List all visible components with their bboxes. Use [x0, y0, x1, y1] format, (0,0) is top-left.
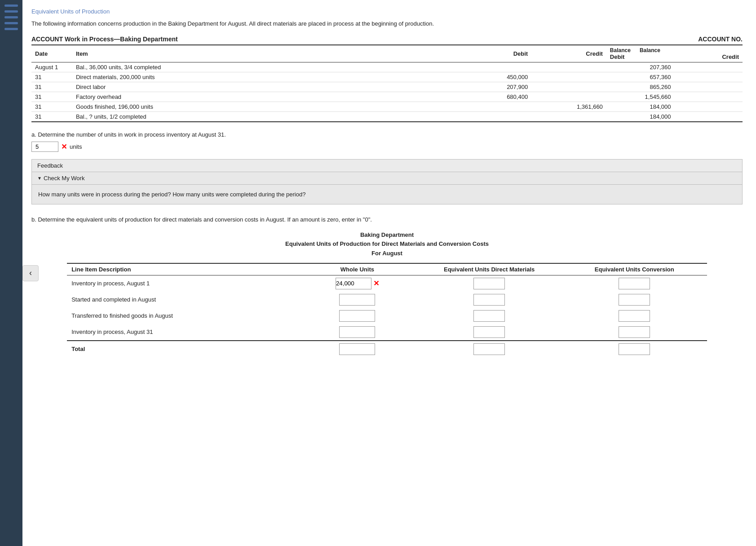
table-title-line3: For August [31, 249, 743, 258]
row-conversion [562, 275, 707, 292]
row-item: Bal., ? units, 1/2 completed [72, 111, 464, 122]
total-conversion [562, 341, 707, 357]
total-direct-mat [417, 341, 562, 357]
table-row: August 1 Bal., 36,000 units, 3/4 complet… [31, 62, 743, 72]
row-debit [464, 111, 532, 122]
feedback-header: Feedback [32, 160, 742, 172]
row-desc: Inventory in process, August 31 [67, 324, 298, 341]
page-title: Equivalent Units of Production [31, 8, 743, 15]
check-my-work-label: Check My Work [44, 175, 85, 182]
total-row: Total [67, 341, 707, 357]
row-whole-units: ✕ [298, 275, 416, 292]
sidebar-bar-5 [4, 28, 18, 30]
row-credit: 1,361,660 [531, 102, 606, 111]
part-b-label: b. Determine the equivalent units of pro… [31, 215, 743, 224]
sidebar-bar-1 [4, 4, 18, 7]
row-direct-mat [417, 324, 562, 341]
table-row: Inventory in process, August 31 [67, 324, 707, 341]
row-date: 31 [31, 102, 72, 111]
row-debit [464, 102, 532, 111]
row-item: Goods finished, 196,000 units [72, 102, 464, 111]
total-whole-units [298, 341, 416, 357]
row-bal-credit [674, 72, 743, 82]
total-label: Total [67, 341, 298, 357]
whole-units-input-4[interactable] [339, 326, 375, 338]
th-balance-group: Balance Balance Debit Credit [606, 45, 743, 62]
account-no-label: ACCOUNT NO. [698, 36, 743, 43]
total-direct-mat-input[interactable] [473, 343, 505, 355]
check-my-work-row[interactable]: ▼ Check My Work [32, 172, 742, 185]
table-row: Transferred to finished goods in August [67, 308, 707, 324]
direct-mat-input-1[interactable] [473, 278, 505, 289]
table-title-line2: Equivalent Units of Production for Direc… [31, 240, 743, 249]
sidebar-bar-3 [4, 16, 18, 18]
row-conversion [562, 308, 707, 324]
section-b: b. Determine the equivalent units of pro… [31, 215, 743, 357]
th-line-item: Line Item Description [67, 263, 298, 275]
row-date: 31 [31, 72, 72, 82]
row-debit [464, 62, 532, 72]
row-credit [531, 92, 606, 102]
direct-mat-input-3[interactable] [473, 310, 505, 322]
th-debit: Debit [464, 45, 532, 62]
row-bal-debit: 184,000 [606, 102, 675, 111]
th-date: Date [31, 45, 72, 62]
main-content: Equivalent Units of Production The follo… [22, 0, 756, 546]
th-item: Item [72, 45, 464, 62]
direct-mat-input-2[interactable] [473, 294, 505, 306]
th-bal-debit: Debit [610, 53, 625, 60]
row-debit: 207,900 [464, 82, 532, 92]
th-bal-credit: Credit [722, 53, 739, 60]
part-a-label: a. Determine the number of units in work… [31, 131, 743, 138]
table-row: 31 Direct labor 207,900 865,260 [31, 82, 743, 92]
row-item: Factory overhead [72, 92, 464, 102]
equiv-table: Line Item Description Whole Units Equiva… [67, 263, 707, 357]
row-whole-units [298, 292, 416, 308]
left-sidebar [0, 0, 22, 546]
row-conversion [562, 324, 707, 341]
total-whole-units-input[interactable] [339, 343, 375, 355]
row-bal-credit [674, 92, 743, 102]
row-whole-units [298, 324, 416, 341]
feedback-text: How many units were in process during th… [32, 185, 742, 204]
whole-units-input-3[interactable] [339, 310, 375, 322]
row-whole-units [298, 308, 416, 324]
units-label: units [70, 143, 82, 150]
conversion-input-1[interactable] [619, 278, 650, 289]
table-title-block: Baking Department Equivalent Units of Pr… [31, 231, 743, 258]
row-direct-mat [417, 308, 562, 324]
row-item: Direct materials, 200,000 units [72, 72, 464, 82]
account-table-section: ACCOUNT Work in Process—Baking Departmen… [31, 36, 743, 122]
sidebar-bar-4 [4, 22, 18, 24]
conversion-input-4[interactable] [619, 326, 650, 338]
error-x-mark: ✕ [61, 142, 67, 151]
whole-units-input-2[interactable] [339, 294, 375, 306]
row-conversion [562, 292, 707, 308]
th-credit: Credit [531, 45, 606, 62]
intro-text: The following information concerns produ… [31, 19, 743, 28]
part-a-input[interactable] [31, 142, 58, 152]
conversion-input-2[interactable] [619, 294, 650, 306]
sidebar-bar-2 [4, 10, 18, 13]
table-row: 31 Factory overhead 680,400 1,545,660 [31, 92, 743, 102]
conversion-input-3[interactable] [619, 310, 650, 322]
row-bal-debit: 1,545,660 [606, 92, 675, 102]
th-whole-units: Whole Units [298, 263, 416, 275]
account-title: ACCOUNT Work in Process—Baking Departmen… [31, 36, 671, 43]
row-date: 31 [31, 82, 72, 92]
row-item: Direct labor [72, 82, 464, 92]
table-row: 31 Goods finished, 196,000 units 1,361,6… [31, 102, 743, 111]
table-row: Started and completed in August [67, 292, 707, 308]
total-conversion-input[interactable] [619, 343, 650, 355]
table-row: 31 Bal., ? units, 1/2 completed 184,000 [31, 111, 743, 122]
row-credit [531, 82, 606, 92]
table-row: Inventory in process, August 1 ✕ [67, 275, 707, 292]
nav-back-button[interactable]: ‹ [22, 265, 39, 281]
row-desc: Transferred to finished goods in August [67, 308, 298, 324]
row-desc: Started and completed in August [67, 292, 298, 308]
direct-mat-input-4[interactable] [473, 326, 505, 338]
row-bal-debit: 184,000 [606, 111, 675, 122]
whole-units-input-1[interactable] [336, 278, 371, 289]
row-direct-mat [417, 275, 562, 292]
ledger-table: Date Item Debit Credit Balance Balance D… [31, 44, 743, 122]
